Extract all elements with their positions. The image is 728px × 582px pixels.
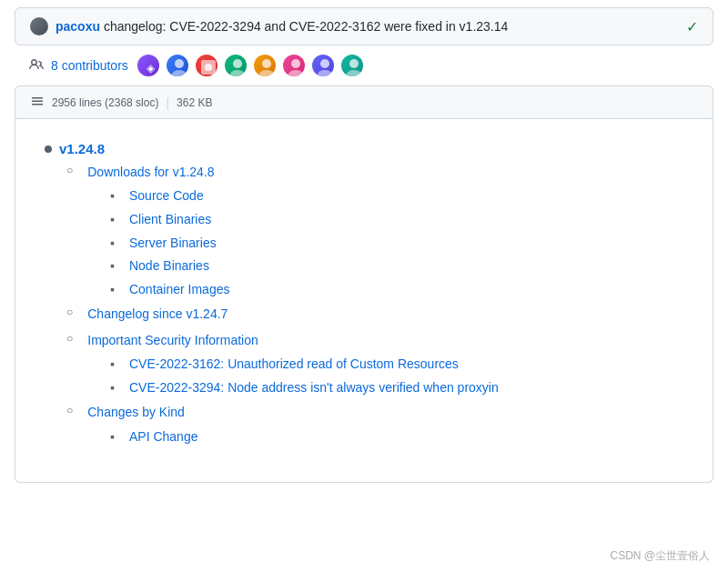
contributor-avatar-6[interactable] <box>281 53 307 78</box>
contributor-avatar-1[interactable]: ◈ <box>136 53 161 78</box>
source-code-link[interactable]: Source Code <box>129 187 204 206</box>
source-code-item: Source Code <box>110 187 683 206</box>
cve-3162-item: CVE-2022-3162: Unauthorized read of Cust… <box>110 356 683 374</box>
client-binaries-item: Client Binaries <box>110 211 683 229</box>
changelog-list: v1.24.8 Downloads for v1.24.8 Source Cod… <box>45 141 683 446</box>
commit-author[interactable]: pacoxu <box>56 19 100 34</box>
content-area: v1.24.8 Downloads for v1.24.8 Source Cod… <box>15 119 713 483</box>
api-change-item: API Change <box>110 428 683 447</box>
contributor-avatar-3[interactable] <box>194 53 219 78</box>
api-change-link[interactable]: API Change <box>129 428 198 447</box>
node-binaries-link[interactable]: Node Binaries <box>129 257 209 276</box>
downloads-link[interactable]: Downloads for v1.24.8 <box>87 162 214 182</box>
contributor-avatar-2[interactable] <box>165 53 190 78</box>
contributor-avatars: ◈ <box>136 53 365 78</box>
container-images-link[interactable]: Container Images <box>129 281 230 299</box>
svg-point-13 <box>318 70 332 78</box>
security-items-list: CVE-2022-3162: Unauthorized read of Cust… <box>66 356 683 396</box>
svg-point-7 <box>230 70 245 78</box>
svg-point-11 <box>288 70 303 78</box>
cve-3294-link[interactable]: CVE-2022-3294: Node address isn't always… <box>129 379 499 397</box>
svg-point-14 <box>349 59 359 68</box>
downloads-item: Downloads for v1.24.8 <box>66 162 683 182</box>
security-section-item: Important Security Information <box>66 330 683 350</box>
svg-point-3 <box>172 70 187 78</box>
changes-by-kind-link[interactable]: Changes by Kind <box>87 402 185 422</box>
svg-point-10 <box>291 59 300 68</box>
separator: | <box>166 95 169 110</box>
cve-3162-link[interactable]: CVE-2022-3162: Unauthorized read of Cust… <box>129 356 459 374</box>
contributors-count[interactable]: 8 contributors <box>51 58 128 73</box>
container-images-item: Container Images <box>110 281 683 299</box>
svg-text:◈: ◈ <box>146 62 155 75</box>
version-item: v1.24.8 Downloads for v1.24.8 Source Cod… <box>45 141 683 446</box>
svg-point-8 <box>262 59 271 68</box>
contributor-avatar-4[interactable] <box>223 53 248 78</box>
list-icon <box>30 94 45 111</box>
sub-list: Downloads for v1.24.8 Source Code Client… <box>45 162 683 446</box>
commit-text-body: changelog: CVE-2022-3294 and CVE-2022-31… <box>104 19 508 34</box>
cve-3294-item: CVE-2022-3294: Node address isn't always… <box>110 379 683 397</box>
verified-icon: ✓ <box>686 18 698 35</box>
api-change-list: API Change <box>66 428 683 447</box>
svg-point-12 <box>320 59 329 68</box>
svg-point-9 <box>259 70 274 78</box>
changelog-since-item: Changelog since v1.24.7 <box>66 304 683 324</box>
svg-point-5 <box>205 64 212 71</box>
changelog-since-link[interactable]: Changelog since v1.24.7 <box>87 304 228 324</box>
contributors-icon <box>29 57 44 75</box>
source-items-list: Source Code Client Binaries Server Binar… <box>66 187 683 298</box>
file-size: 362 KB <box>177 96 212 109</box>
client-binaries-link[interactable]: Client Binaries <box>129 211 211 229</box>
contributor-avatar-7[interactable] <box>310 53 336 78</box>
svg-point-2 <box>175 59 184 68</box>
file-lines: 2956 lines (2368 sloc) <box>52 96 158 109</box>
commit-bar: pacoxu changelog: CVE-2022-3294 and CVE-… <box>15 7 713 45</box>
version-link[interactable]: v1.24.8 <box>59 141 105 156</box>
contributor-avatar-8[interactable] <box>339 53 365 78</box>
svg-point-15 <box>347 70 361 78</box>
svg-point-6 <box>233 59 242 68</box>
file-info-bar: 2956 lines (2368 sloc) | 362 KB <box>15 85 713 119</box>
node-binaries-item: Node Binaries <box>110 257 683 276</box>
commit-message: pacoxu changelog: CVE-2022-3294 and CVE-… <box>56 19 679 34</box>
server-binaries-item: Server Binaries <box>110 235 683 253</box>
author-avatar <box>30 17 48 35</box>
version-bullet <box>45 146 52 153</box>
changes-by-kind-item: Changes by Kind <box>66 402 683 422</box>
security-section-link[interactable]: Important Security Information <box>87 330 258 350</box>
contributor-avatar-5[interactable] <box>252 53 278 78</box>
contributors-section: 8 contributors ◈ <box>15 45 713 85</box>
server-binaries-link[interactable]: Server Binaries <box>129 235 217 253</box>
